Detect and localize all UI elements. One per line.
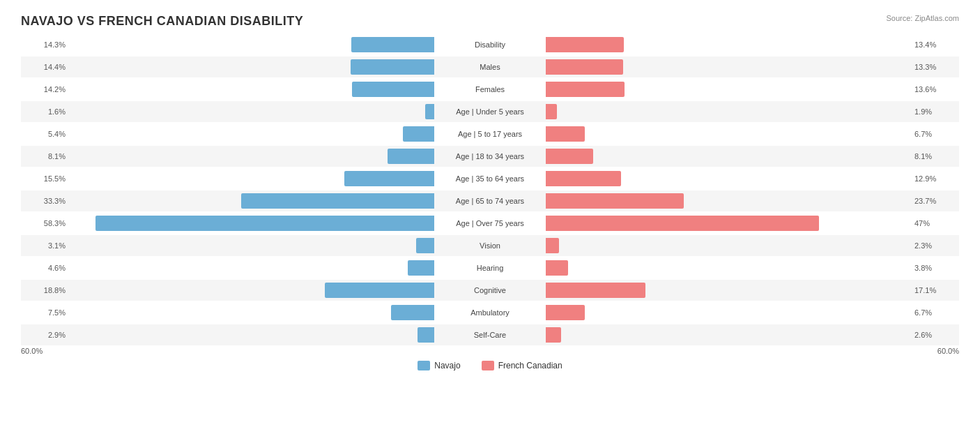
row-label: Cognitive (434, 286, 546, 294)
bar-blue (425, 104, 434, 119)
bar-blue (241, 193, 435, 209)
left-bar-container (70, 260, 434, 276)
bar-row: 58.3% Age | Over 75 years 47% (21, 213, 959, 234)
right-value: 2.3% (910, 241, 959, 250)
bar-blue (325, 283, 434, 298)
right-value: 13.4% (910, 40, 959, 49)
row-label: Hearing (434, 264, 546, 272)
chart-container: NAVAJO VS FRENCH CANADIAN DISABILITY Sou… (0, 0, 980, 427)
legend-blue-box (418, 361, 430, 370)
legend-french: French Canadian (482, 361, 562, 370)
left-value: 14.2% (21, 85, 70, 93)
bar-row: 5.4% Age | 5 to 17 years 6.7% (21, 123, 959, 144)
row-label: Age | 35 to 64 years (434, 174, 546, 183)
right-value: 8.1% (910, 152, 959, 160)
left-value: 5.4% (21, 130, 70, 138)
left-bar-container (70, 327, 434, 343)
row-label: Vision (434, 241, 546, 250)
left-value: 14.4% (21, 63, 70, 71)
bar-row: 14.3% Disability 13.4% (21, 34, 959, 55)
row-label: Age | 65 to 74 years (434, 197, 546, 205)
row-label: Males (434, 63, 546, 71)
right-bar-container (546, 126, 910, 142)
bar-row: 14.2% Females 13.6% (21, 79, 959, 100)
bottom-left-label: 60.0% (21, 347, 43, 355)
left-value: 8.1% (21, 152, 70, 160)
left-bar-container (70, 59, 434, 75)
right-value: 13.3% (910, 63, 959, 71)
row-label: Age | Under 5 years (434, 107, 546, 116)
bar-pink (546, 126, 585, 142)
right-bar-container (546, 82, 910, 97)
bar-pink (546, 59, 623, 75)
right-bar-container (546, 104, 910, 119)
right-bar-container (546, 171, 910, 186)
bar-row: 3.1% Vision 2.3% (21, 235, 959, 256)
right-value: 6.7% (910, 130, 959, 138)
row-label: Age | Over 75 years (434, 219, 546, 227)
bar-pink (546, 193, 684, 209)
left-bar-container (70, 193, 434, 209)
right-value: 6.7% (910, 308, 959, 317)
right-value: 23.7% (910, 197, 959, 205)
legend: Navajo French Canadian (21, 361, 959, 370)
bar-blue (408, 260, 434, 276)
bar-blue (352, 82, 434, 97)
bar-pink (546, 82, 625, 97)
left-value: 14.3% (21, 40, 70, 49)
right-value: 1.9% (910, 107, 959, 116)
left-value: 18.8% (21, 286, 70, 294)
bar-pink (546, 104, 557, 119)
bar-blue (95, 216, 434, 231)
bar-row: 7.5% Ambulatory 6.7% (21, 302, 959, 323)
left-value: 58.3% (21, 219, 70, 227)
left-bar-container (70, 37, 434, 52)
bar-pink (546, 238, 559, 253)
left-bar-container (70, 171, 434, 186)
row-label: Disability (434, 40, 546, 49)
left-bar-container (70, 216, 434, 231)
row-label: Age | 18 to 34 years (434, 152, 546, 160)
left-bar-container (70, 126, 434, 142)
bar-pink (546, 327, 561, 343)
bar-row: 8.1% Age | 18 to 34 years 8.1% (21, 146, 959, 167)
right-bar-container (546, 238, 910, 253)
source-label: Source: ZipAtlas.com (886, 14, 959, 22)
bottom-labels: 60.0% 60.0% (21, 347, 959, 355)
right-bar-container (546, 283, 910, 298)
right-bar-container (546, 216, 910, 231)
bar-row: 1.6% Age | Under 5 years 1.9% (21, 101, 959, 122)
bar-pink (546, 305, 585, 320)
left-bar-container (70, 238, 434, 253)
left-value: 4.6% (21, 264, 70, 272)
legend-pink-box (482, 361, 494, 370)
bar-blue (418, 327, 434, 343)
bar-pink (546, 216, 819, 231)
right-bar-container (546, 260, 910, 276)
bar-blue (403, 126, 434, 142)
bar-row: 15.5% Age | 35 to 64 years 12.9% (21, 168, 959, 189)
right-value: 2.6% (910, 331, 959, 339)
legend-navajo: Navajo (418, 361, 460, 370)
right-value: 12.9% (910, 174, 959, 183)
right-value: 47% (910, 219, 959, 227)
bar-pink (546, 37, 624, 52)
left-value: 3.1% (21, 241, 70, 250)
bars-area: 14.3% Disability 13.4% 14.4% Males 13.3%… (21, 34, 959, 345)
right-bar-container (546, 327, 910, 343)
bar-pink (546, 171, 621, 186)
bar-blue (388, 149, 435, 164)
right-bar-container (546, 305, 910, 320)
right-bar-container (546, 59, 910, 75)
bar-pink (546, 283, 645, 298)
legend-navajo-label: Navajo (434, 361, 460, 370)
left-bar-container (70, 283, 434, 298)
legend-french-label: French Canadian (498, 361, 562, 370)
left-bar-container (70, 82, 434, 97)
left-value: 7.5% (21, 308, 70, 317)
left-value: 1.6% (21, 107, 70, 116)
chart-title: NAVAJO VS FRENCH CANADIAN DISABILITY (21, 14, 959, 29)
bar-row: 14.4% Males 13.3% (21, 57, 959, 77)
bar-row: 18.8% Cognitive 17.1% (21, 280, 959, 301)
bar-blue (351, 37, 434, 52)
